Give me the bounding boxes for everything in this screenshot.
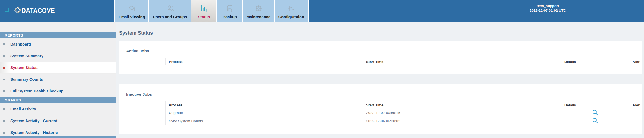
tab-label: Users and Groups: [153, 15, 187, 22]
sidebar-item-label: Summary Counts: [0, 77, 43, 82]
sidebar-item-system-activity-current[interactable]: System Activity - Current: [0, 115, 116, 127]
tab-label: Backup: [223, 15, 237, 22]
sidebar-item-dashboard[interactable]: Dashboard: [0, 38, 116, 50]
job-row: Upgrade2022-12-07 00:55:15: [126, 109, 640, 117]
job-row: Sync System Counts2022-12-06 06:30:02: [126, 117, 640, 125]
sidebar-item-label: System Activity - Current: [0, 119, 57, 123]
tab-label: Email Viewing: [119, 15, 145, 22]
column-header-details: Details: [561, 101, 629, 109]
users-icon: [166, 0, 174, 15]
sidebar-section-header-partial: [0, 136, 116, 138]
gear-icon: [254, 0, 263, 15]
job-process: Sync System Counts: [166, 117, 363, 125]
sidebar-item-summary-counts[interactable]: Summary Counts: [0, 74, 116, 85]
tab-label: Configuration: [278, 15, 304, 22]
current-datetime: 2022-12-07 01:02 UTC: [530, 8, 566, 13]
minus-icon: [6, 10, 8, 10]
job-cell-empty: [126, 109, 166, 117]
tab-backup[interactable]: Backup: [217, 0, 242, 22]
square-bullet-icon: [3, 90, 5, 92]
sidebar-item-label: Email Activity: [0, 107, 36, 111]
square-bullet-icon: [3, 132, 5, 134]
column-header-process: Process: [166, 58, 363, 65]
sidebar: REPORTSDashboardSystem SummarySystem Sta…: [0, 22, 116, 138]
tab-email-viewing[interactable]: Email Viewing: [115, 0, 148, 22]
job-details-cell: [561, 109, 629, 117]
datacove-app: DATACOVE Email ViewingUsers and GroupsSt…: [0, 0, 644, 138]
column-header-empty: [126, 101, 166, 109]
magnifier-icon[interactable]: [592, 109, 598, 115]
job-start-time: 2022-12-07 00:55:15: [363, 109, 561, 117]
main-content: System Status Active Jobs ProcessStart T…: [116, 22, 644, 138]
magnifier-icon[interactable]: [592, 118, 598, 124]
column-header-process: Process: [166, 101, 363, 109]
square-bullet-icon: [3, 55, 5, 57]
active-jobs-panel: Active Jobs ProcessStart TimeDetailsAler…: [119, 41, 642, 74]
square-bullet-icon: [3, 79, 5, 80]
job-process: Upgrade: [166, 109, 363, 117]
column-header-start-time: Start Time: [363, 101, 561, 109]
column-header-alert: Alert: [629, 58, 640, 65]
tab-status[interactable]: Status: [191, 0, 216, 22]
username: tech_support: [530, 4, 566, 8]
sliders-icon: [287, 0, 295, 15]
tab-maintenance[interactable]: Maintenance: [243, 0, 274, 22]
tab-label: Maintenance: [247, 15, 270, 22]
sidebar-spacer: [0, 22, 116, 32]
active-jobs-heading: Active Jobs: [126, 49, 640, 53]
active-jobs-table: ProcessStart TimeDetailsAlert: [126, 58, 640, 65]
brand-title: DATACOVE: [21, 7, 55, 14]
bar-chart-icon: [200, 0, 208, 15]
sidebar-item-email-activity[interactable]: Email Activity: [0, 103, 116, 115]
collapse-sidebar-button[interactable]: [5, 8, 9, 12]
sidebar-item-label: System Status: [0, 65, 38, 70]
square-bullet-icon: [3, 120, 5, 122]
inactive-jobs-table: ProcessStart TimeDetailsAlertUpgrade2022…: [126, 101, 640, 125]
sidebar-item-system-summary[interactable]: System Summary: [0, 50, 116, 62]
sidebar-section-graphs: GRAPHS: [0, 97, 116, 103]
sidebar-item-label: Full System Health Checkup: [0, 89, 63, 93]
table-header-row: ProcessStart TimeDetailsAlert: [126, 58, 640, 65]
datacove-diamond-logo-icon: [13, 7, 21, 15]
job-start-time: 2022-12-06 06:30:02: [363, 117, 561, 125]
email-icon: [128, 0, 136, 15]
job-cell-empty: [126, 117, 166, 125]
inactive-jobs-panel: Inactive Jobs ProcessStart TimeDetailsAl…: [119, 84, 642, 134]
sidebar-item-system-status[interactable]: System Status: [0, 62, 116, 74]
job-details-cell: [561, 117, 629, 125]
job-alert-cell: [629, 109, 640, 117]
sidebar-item-label: System Summary: [0, 54, 43, 58]
square-bullet-icon: [3, 43, 5, 45]
database-icon: [226, 0, 234, 15]
page-title: System Status: [119, 30, 153, 36]
user-info: tech_support 2022-12-07 01:02 UTC: [530, 4, 566, 13]
column-header-details: Details: [561, 58, 629, 65]
sidebar-section-reports: REPORTS: [0, 32, 116, 38]
inactive-jobs-heading: Inactive Jobs: [126, 92, 640, 97]
job-alert-cell: [629, 117, 640, 125]
top-bar: DATACOVE Email ViewingUsers and GroupsSt…: [0, 0, 644, 22]
tab-label: Status: [198, 15, 210, 22]
square-bullet-icon: [3, 67, 5, 69]
tab-users-groups[interactable]: Users and Groups: [149, 0, 191, 22]
column-header-alert: Alert: [629, 101, 640, 109]
table-header-row: ProcessStart TimeDetailsAlert: [126, 101, 640, 109]
tab-configuration[interactable]: Configuration: [275, 0, 308, 22]
sidebar-item-label: System Activity - Historic: [0, 130, 58, 135]
square-bullet-icon: [3, 108, 5, 110]
nav-tabs: Email ViewingUsers and GroupsStatusBacku…: [114, 0, 309, 22]
column-header-start-time: Start Time: [363, 58, 561, 65]
column-header-empty: [126, 58, 166, 65]
sidebar-item-full-system-health-checkup[interactable]: Full System Health Checkup: [0, 85, 116, 97]
